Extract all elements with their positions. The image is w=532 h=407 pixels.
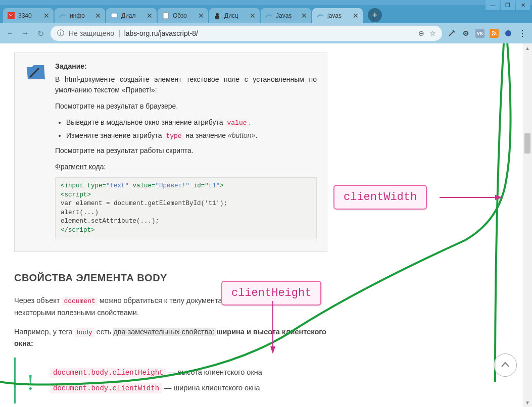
dot-icon[interactable] — [504, 29, 513, 38]
svg-rect-0 — [8, 12, 15, 19]
task-text: В html-документе создайте элемент тексто… — [55, 74, 317, 96]
site-icon — [265, 12, 273, 20]
close-icon[interactable]: ✕ — [301, 12, 307, 20]
zoom-icon[interactable]: ⊖ — [418, 29, 424, 37]
close-button[interactable]: ✕ — [516, 0, 530, 10]
tab-3[interactable]: Диал ✕ — [106, 8, 157, 23]
forward-button[interactable]: → — [20, 28, 30, 38]
scroll-up-button[interactable]: ▲ — [523, 43, 532, 53]
close-icon[interactable]: ✕ — [43, 12, 50, 20]
site-icon — [59, 12, 67, 20]
tab-label: инфо — [70, 12, 92, 19]
tab-label: Обзо — [173, 12, 195, 19]
code-block: <input type="text" value="Привет!" id="t… — [55, 177, 317, 239]
rss-icon[interactable] — [490, 29, 499, 38]
close-icon[interactable]: ✕ — [147, 12, 153, 20]
code-clientheight: document.body.clientHeight — [50, 368, 166, 378]
task-text: Посмотрите на результат работы скрипта. — [55, 145, 317, 157]
code-type: type — [164, 132, 183, 140]
code-value: value — [225, 119, 249, 127]
callout-clientheight: clientHeight — [221, 281, 321, 306]
list-item: Измените значение атрибута type на значе… — [66, 130, 317, 141]
back-button[interactable]: ← — [5, 28, 15, 38]
code-body: body — [75, 328, 94, 337]
close-icon[interactable]: ✕ — [353, 12, 359, 20]
vk-icon[interactable]: VK — [475, 29, 485, 38]
paragraph: Например, у тега body есть два замечател… — [14, 326, 332, 349]
tab-label: Диал — [121, 12, 143, 19]
code-document: document — [62, 297, 97, 306]
fragment-link[interactable]: Фрагмент кода: — [55, 162, 317, 173]
viewport: Задание: В html-документе создайте элеме… — [0, 43, 532, 407]
task-text: Посмотрите на результат в браузере. — [55, 101, 317, 112]
folder-icon — [25, 61, 47, 83]
extension-icons: VK ⋮ — [447, 29, 527, 38]
info-icon[interactable]: ⓘ — [57, 29, 65, 37]
tab-label: 3340 — [18, 12, 40, 19]
scroll-down-button[interactable]: ▼ — [523, 398, 532, 407]
tab-2[interactable]: инфо ✕ — [55, 8, 105, 23]
wand-icon[interactable] — [447, 29, 456, 38]
new-tab-button[interactable]: + — [368, 8, 382, 22]
tab-5[interactable]: Дисц ✕ — [209, 8, 260, 23]
list-item: Выведите в модальное окно значение атриб… — [66, 117, 317, 128]
omnibox[interactable]: ⓘ Не защищено | labs-org.ru/javascript-8… — [51, 26, 442, 41]
minimize-button[interactable]: — — [486, 0, 500, 10]
tab-7-active[interactable]: javas ✕ — [312, 8, 363, 23]
svg-point-8 — [505, 30, 511, 36]
menu-icon[interactable]: ⋮ — [518, 29, 527, 38]
doc-icon — [162, 12, 170, 20]
scroll-thumb[interactable] — [524, 133, 530, 154]
task-title: Задание: — [55, 61, 317, 72]
star-icon[interactable]: ☆ — [429, 29, 436, 37]
svg-point-3 — [216, 13, 219, 16]
maximize-button[interactable]: ❐ — [501, 0, 515, 10]
code-clientwidth: document.body.clientWidth — [50, 383, 162, 393]
task-box: Задание: В html-документе создайте элеме… — [14, 53, 327, 252]
info-block: ! document.body.clientHeight — высота кл… — [14, 358, 332, 403]
tab-label: javas — [327, 12, 350, 19]
tab-1[interactable]: 3340 ✕ — [3, 8, 54, 23]
tab-label: Javas — [276, 12, 298, 19]
close-icon[interactable]: ✕ — [250, 12, 256, 20]
svg-rect-4 — [215, 16, 219, 19]
scroll-top-button[interactable] — [494, 353, 517, 377]
addressbar: ← → ↻ ⓘ Не защищено | labs-org.ru/javasc… — [0, 23, 532, 43]
person-icon — [213, 12, 221, 20]
tab-6[interactable]: Javas ✕ — [261, 8, 311, 23]
tab-label: Дисц — [224, 12, 247, 19]
task-list: Выведите в модальное окно значение атриб… — [55, 117, 317, 141]
callout-clientwidth: clientWidth — [333, 185, 427, 210]
chat-icon — [110, 12, 118, 20]
exclaim-icon: ! — [27, 366, 34, 400]
tab-4[interactable]: Обзо ✕ — [158, 8, 208, 23]
url-text: labs-org.ru/javascript-8/ — [124, 29, 198, 37]
close-icon[interactable]: ✕ — [95, 12, 101, 20]
tabstrip: 3340 ✕ инфо ✕ Диал ✕ Обзо ✕ Дисц ✕ Javas… — [0, 5, 532, 23]
close-icon[interactable]: ✕ — [198, 12, 204, 20]
scrollbar-vertical[interactable]: ▲ ▼ — [523, 43, 532, 407]
svg-point-6 — [465, 33, 467, 34]
reload-button[interactable]: ↻ — [35, 28, 45, 38]
svg-rect-2 — [163, 13, 168, 19]
site-icon — [316, 12, 324, 20]
svg-rect-1 — [111, 13, 117, 18]
divider: | — [118, 29, 120, 37]
gear-icon[interactable] — [461, 29, 470, 38]
security-status: Не защищено — [69, 29, 114, 37]
svg-point-7 — [492, 34, 494, 36]
window-controls: — ❐ ✕ — [486, 0, 530, 10]
mail-icon — [7, 12, 15, 20]
